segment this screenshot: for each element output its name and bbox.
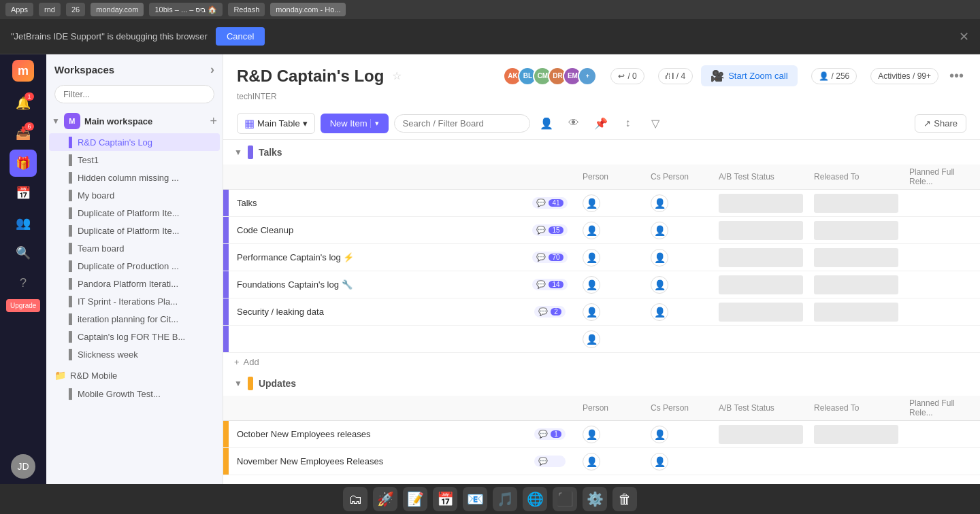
sidebar-item-my-board[interactable]: ▐ My board bbox=[49, 186, 220, 204]
nav-help[interactable]: ? bbox=[10, 269, 37, 296]
row-cs-cell[interactable]: 👤 bbox=[645, 246, 713, 269]
row-person-cell[interactable]: 👤 bbox=[577, 423, 645, 446]
sidebar-item-pandora[interactable]: ▐ Pandora Platform Iterati... bbox=[49, 275, 220, 292]
sidebar-item-slickness[interactable]: ▐ Slickness week bbox=[49, 345, 220, 363]
row-item-name[interactable]: Code Cleanup bbox=[229, 220, 523, 241]
row-item-name[interactable]: Performance Captain's log ⚡ bbox=[229, 247, 523, 268]
activities-button[interactable]: Activities / 99+ bbox=[870, 68, 938, 84]
row-person-cell[interactable]: 👤 bbox=[577, 246, 645, 269]
dock-launchpad[interactable]: 🚀 bbox=[373, 487, 397, 511]
sidebar-item-test1[interactable]: ▐ Test1 bbox=[49, 151, 220, 169]
new-item-chevron-icon[interactable]: ▾ bbox=[370, 119, 379, 128]
browser-tab-monday2[interactable]: monday.com - Ho... bbox=[270, 3, 346, 16]
nav-search[interactable]: 🔍 bbox=[10, 239, 37, 267]
row-cs-cell[interactable]: 👤 bbox=[645, 192, 713, 215]
sidebar-item-iteration-planning[interactable]: ▐ iteration planning for Cit... bbox=[49, 310, 220, 328]
person-count-button[interactable]: 👤 / 256 bbox=[811, 68, 858, 84]
members-count-button[interactable]: ⛙ / 4 bbox=[658, 68, 693, 84]
workspace-header[interactable]: ▼ M Main workspace + bbox=[46, 109, 223, 133]
row-item-name[interactable]: October New Employees releases bbox=[229, 424, 523, 445]
dock-terminal[interactable]: ⬛ bbox=[553, 487, 577, 511]
row-item-name[interactable]: November New Employees Releases bbox=[229, 451, 523, 472]
sidebar-item-team-board[interactable]: ▐ Team board bbox=[49, 239, 220, 257]
dock-calendar[interactable]: 📅 bbox=[433, 487, 457, 511]
sidebar-item-mobile-growth[interactable]: ▐ Mobile Growth Test... bbox=[49, 385, 220, 402]
update-bubble[interactable]: 💬 70 bbox=[532, 252, 567, 263]
row-cs-cell[interactable]: 👤 bbox=[645, 423, 713, 446]
upgrade-button[interactable]: Upgrade bbox=[6, 299, 40, 312]
browser-tab-monday[interactable]: monday.com bbox=[91, 3, 144, 16]
row-updates-cell[interactable]: 💬 14 bbox=[523, 279, 577, 290]
row-item-name[interactable]: Foundations Captain's log 🔧 bbox=[229, 274, 523, 295]
update-bubble[interactable]: 💬 bbox=[534, 456, 566, 467]
row-updates-cell[interactable]: 💬 70 bbox=[523, 252, 577, 263]
updates-count-button[interactable]: ↩ / 0 bbox=[610, 68, 644, 84]
row-cs-cell[interactable]: 👤 bbox=[645, 301, 713, 324]
eye-icon[interactable]: 👁 bbox=[563, 112, 585, 134]
filter-icon[interactable]: ▽ bbox=[644, 112, 666, 134]
row-person-cell[interactable]: 👤 bbox=[577, 219, 645, 242]
nav-calendar[interactable]: 📅 bbox=[10, 179, 37, 207]
sidebar-item-hidden-col[interactable]: ▐ Hidden column missing ... bbox=[49, 169, 220, 186]
row-updates-cell[interactable]: 💬 15 bbox=[523, 224, 577, 236]
browser-tab-26[interactable]: 26 bbox=[66, 3, 85, 16]
pin-icon[interactable]: 📌 bbox=[590, 112, 612, 134]
nav-inbox[interactable]: 📥6 bbox=[10, 120, 37, 147]
start-zoom-call-button[interactable]: 🎥 Start Zoom call bbox=[701, 65, 797, 86]
sidebar-item-captains-log-b[interactable]: ▐ Captain's log FOR THE B... bbox=[49, 328, 220, 345]
row-updates-cell[interactable]: 💬 2 bbox=[523, 306, 577, 318]
group-updates-header[interactable]: ▼ Updates bbox=[223, 371, 980, 396]
dock-finder[interactable]: 🗂 bbox=[343, 487, 368, 511]
nav-bell[interactable]: 🔔1 bbox=[10, 90, 37, 117]
sidebar-filter-input[interactable] bbox=[54, 85, 214, 103]
dock-notes[interactable]: 📝 bbox=[403, 487, 427, 511]
sidebar-item-dup-production[interactable]: ▐ Duplicate of Production ... bbox=[49, 257, 220, 275]
row-updates-cell[interactable]: 💬 41 bbox=[523, 197, 577, 209]
main-table-button[interactable]: ▦ Main Table ▾ bbox=[237, 113, 315, 134]
browser-tab-10bis[interactable]: 10bis – ... – ביס 🏠 bbox=[149, 3, 223, 16]
dock-trash[interactable]: 🗑 bbox=[612, 487, 637, 511]
person-filter-icon[interactable]: 👤 bbox=[536, 112, 557, 134]
group-collapse-icon[interactable]: ▼ bbox=[234, 379, 242, 388]
row-updates-cell[interactable]: 💬 1 bbox=[523, 428, 577, 440]
rnd-mobile-folder[interactable]: 📁 R&D Mobile bbox=[46, 366, 223, 385]
nav-gift[interactable]: 🎁 bbox=[10, 150, 37, 177]
row-updates-cell[interactable]: 💬 bbox=[523, 456, 577, 467]
board-star-icon[interactable]: ☆ bbox=[392, 69, 402, 82]
browser-tab-apps[interactable]: Apps bbox=[5, 3, 33, 16]
sidebar-item-it-sprint[interactable]: ▐ IT Sprint - Iterations Pla... bbox=[49, 292, 220, 310]
dock-mail[interactable]: 📧 bbox=[463, 487, 487, 511]
more-options-icon[interactable]: ••• bbox=[947, 65, 966, 86]
update-bubble[interactable]: 💬 15 bbox=[532, 224, 567, 236]
row-item-name[interactable]: Talks bbox=[229, 192, 523, 213]
sort-icon[interactable]: ↕ bbox=[617, 112, 639, 134]
row-person-cell[interactable]: 👤 bbox=[577, 273, 645, 296]
update-bubble[interactable]: 💬 2 bbox=[534, 306, 566, 318]
row-person-cell[interactable]: 👤 bbox=[577, 450, 645, 473]
sidebar-item-dup-platform-1[interactable]: ▐ Duplicate of Platform Ite... bbox=[49, 204, 220, 222]
row-cs-cell[interactable]: 👤 bbox=[645, 450, 713, 473]
user-avatar[interactable]: JD bbox=[11, 454, 35, 479]
update-bubble[interactable]: 💬 41 bbox=[532, 197, 567, 209]
update-bubble[interactable]: 💬 14 bbox=[532, 279, 567, 290]
cancel-button[interactable]: Cancel bbox=[216, 27, 265, 46]
new-item-button[interactable]: New Item ▾ bbox=[321, 114, 389, 133]
search-filter-input[interactable] bbox=[394, 114, 530, 133]
add-item-row[interactable]: + Add bbox=[223, 353, 980, 371]
row-cs-cell[interactable]: 👤 bbox=[645, 273, 713, 296]
dock-music[interactable]: 🎵 bbox=[493, 487, 517, 511]
row-person-cell[interactable]: 👤 bbox=[577, 301, 645, 324]
close-icon[interactable]: ✕ bbox=[959, 29, 969, 44]
update-bubble[interactable]: 💬 1 bbox=[534, 428, 566, 440]
row-person-cell[interactable]: 👤 bbox=[577, 192, 645, 215]
group-collapse-icon[interactable]: ▼ bbox=[234, 148, 242, 157]
app-logo[interactable]: m bbox=[12, 60, 34, 82]
sidebar-item-rd-captains-log[interactable]: ▐ R&D Captain's Log bbox=[49, 133, 220, 151]
row-person-empty[interactable]: 👤 bbox=[577, 328, 645, 351]
dock-browser[interactable]: 🌐 bbox=[523, 487, 547, 511]
row-cs-cell[interactable]: 👤 bbox=[645, 219, 713, 242]
share-button[interactable]: ↗ Share bbox=[915, 114, 966, 133]
browser-tab-redash[interactable]: Redash bbox=[228, 3, 265, 16]
dock-settings[interactable]: ⚙️ bbox=[583, 487, 607, 511]
nav-people[interactable]: 👥 bbox=[10, 209, 37, 237]
